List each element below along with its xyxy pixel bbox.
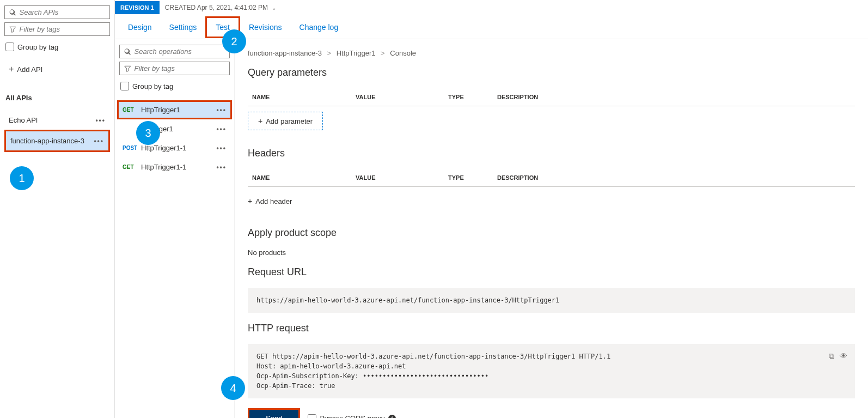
add-parameter-button[interactable]: + Add parameter — [248, 112, 323, 130]
ellipsis-icon[interactable]: ••• — [95, 117, 106, 124]
ellipsis-icon[interactable]: ••• — [216, 144, 227, 152]
filter-tags-input[interactable] — [20, 25, 105, 33]
group-by-tag-row[interactable]: Group by tag — [4, 40, 110, 53]
ops-filter-box[interactable] — [119, 62, 230, 75]
filter-icon — [9, 26, 16, 33]
revision-created[interactable]: CREATED Apr 5, 2021, 4:41:02 PM ⌄ — [160, 4, 277, 11]
params-table-header: NAME VALUE TYPE DESCRIPTION — [248, 88, 855, 106]
ellipsis-icon[interactable]: ••• — [216, 125, 227, 133]
group-by-tag-label: Group by tag — [17, 43, 58, 51]
add-api-button[interactable]: + Add API — [4, 61, 110, 77]
query-parameters-title: Query parameters — [248, 67, 855, 78]
all-apis-heading[interactable]: All APIs — [4, 90, 110, 105]
callout-4: 4 — [221, 376, 245, 400]
tab-revisions[interactable]: Revisions — [240, 16, 291, 38]
api-item-echo[interactable]: Echo API ••• — [4, 111, 110, 130]
tab-changelog[interactable]: Change log — [291, 16, 347, 38]
eye-icon[interactable]: 👁 — [840, 350, 847, 362]
operation-item[interactable]: POST HttpTrigger1-1 ••• — [117, 138, 232, 157]
detail-panel: function-app-instance-3 > HttpTrigger1 >… — [235, 39, 868, 418]
bypass-cors-checkbox[interactable] — [308, 414, 316, 419]
copy-icon[interactable]: ⧉ — [829, 350, 834, 362]
ops-group-by-tag[interactable]: Group by tag — [119, 80, 232, 93]
http-request-title: HTTP request — [248, 323, 855, 334]
operations-panel: Group by tag GET HttpTrigger1 ••• P tpTr… — [115, 39, 235, 418]
operation-item[interactable]: P tpTrigger1 ••• — [117, 119, 232, 138]
add-header-button[interactable]: + Add header — [248, 192, 292, 210]
request-url-block: https://apim-hello-world-3.azure-api.net… — [248, 288, 855, 313]
plus-icon: + — [9, 64, 14, 74]
search-icon — [9, 9, 16, 16]
search-icon — [124, 48, 131, 56]
ellipsis-icon[interactable]: ••• — [216, 106, 227, 114]
plus-icon: + — [248, 197, 252, 205]
bypass-cors-row[interactable]: Bypass CORS proxy i — [308, 414, 395, 419]
revision-bar: REVISION 1 CREATED Apr 5, 2021, 4:41:02 … — [115, 0, 868, 15]
chevron-down-icon: ⌄ — [272, 5, 276, 11]
method-badge: POST — [123, 145, 141, 151]
http-request-block: GET https://apim-hello-world-3.azure-api… — [248, 344, 855, 398]
method-badge: GET — [123, 164, 141, 170]
revision-badge[interactable]: REVISION 1 — [115, 1, 160, 14]
operation-item[interactable]: GET HttpTrigger1 ••• — [117, 100, 232, 119]
search-ops-box[interactable] — [119, 45, 230, 58]
group-by-tag-checkbox[interactable] — [5, 43, 14, 51]
search-ops-input[interactable] — [135, 47, 225, 56]
tab-design[interactable]: Design — [119, 16, 161, 38]
api-item-function-app[interactable]: function-app-instance-3 ••• — [4, 130, 110, 152]
breadcrumb: function-app-instance-3 > HttpTrigger1 >… — [248, 49, 855, 57]
apply-scope-title: Apply product scope — [248, 227, 855, 239]
filter-icon — [124, 65, 131, 72]
request-url-title: Request URL — [248, 266, 855, 278]
callout-3: 3 — [136, 121, 160, 145]
search-apis-box[interactable] — [4, 5, 110, 19]
no-products-text: No products — [248, 249, 855, 257]
ops-group-by-tag-checkbox[interactable] — [120, 82, 129, 90]
send-row: Send Bypass CORS proxy i — [248, 408, 855, 418]
search-apis-input[interactable] — [20, 8, 105, 16]
plus-icon: + — [258, 117, 262, 125]
info-icon[interactable]: i — [388, 415, 396, 419]
method-badge: GET — [123, 107, 141, 113]
tab-settings[interactable]: Settings — [161, 16, 206, 38]
callout-1: 1 — [10, 166, 34, 190]
headers-title: Headers — [248, 148, 855, 159]
ellipsis-icon[interactable]: ••• — [94, 137, 104, 145]
main-panel: REVISION 1 CREATED Apr 5, 2021, 4:41:02 … — [115, 0, 868, 418]
ops-filter-input[interactable] — [135, 64, 225, 72]
callout-2: 2 — [222, 29, 246, 53]
send-button[interactable]: Send — [248, 408, 300, 418]
api-sidebar: Group by tag + Add API All APIs Echo API… — [0, 0, 115, 418]
ellipsis-icon[interactable]: ••• — [216, 163, 227, 171]
headers-table-header: NAME VALUE TYPE DESCRIPTION — [248, 169, 855, 187]
filter-tags-box[interactable] — [4, 22, 110, 36]
operation-item[interactable]: GET HttpTrigger1-1 ••• — [117, 157, 232, 177]
